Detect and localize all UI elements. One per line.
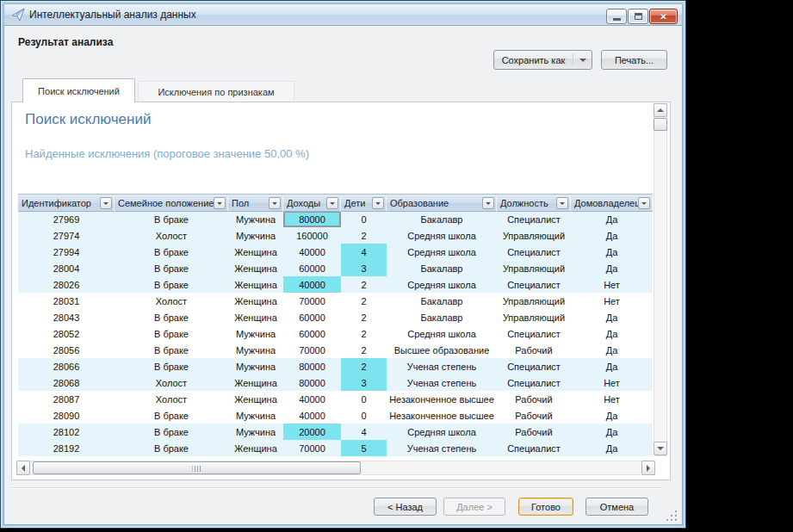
table-cell-outlier[interactable]: 2	[341, 358, 387, 374]
table-cell[interactable]: В браке	[115, 407, 228, 424]
table-cell[interactable]: Женщина	[228, 276, 283, 293]
table-cell[interactable]: Мужчина	[228, 325, 283, 342]
table-cell[interactable]: Женщина	[228, 309, 283, 325]
v-scroll-down-button[interactable]	[654, 442, 667, 455]
table-cell[interactable]: 80000	[283, 358, 341, 374]
table-cell[interactable]: 28066	[18, 358, 115, 374]
close-button[interactable]: ✕	[649, 9, 678, 24]
table-cell[interactable]: 2	[341, 227, 387, 244]
table-cell[interactable]: Женщина	[228, 293, 283, 309]
save-as-dropdown[interactable]	[573, 53, 592, 66]
table-cell[interactable]: Управляющий	[497, 309, 571, 325]
table-cell[interactable]: Да	[571, 342, 653, 358]
table-cell[interactable]: 28056	[18, 342, 115, 358]
table-cell[interactable]: Специалист	[497, 244, 571, 260]
h-scroll-left-button[interactable]	[16, 461, 30, 475]
table-cell[interactable]: 2	[341, 325, 387, 342]
table-cell[interactable]: Ученая степень	[387, 440, 497, 456]
table-cell[interactable]: 4	[341, 424, 387, 440]
back-button[interactable]: < Назад	[374, 498, 437, 516]
table-cell[interactable]: В браке	[115, 424, 228, 440]
table-cell[interactable]: Рабочий	[497, 391, 571, 407]
panel-v-scrollbar[interactable]	[654, 103, 667, 456]
table-cell[interactable]: Специалист	[497, 325, 571, 342]
table-cell[interactable]: Ученая степень	[387, 374, 497, 391]
table-cell[interactable]: 28102	[18, 424, 115, 440]
table-cell[interactable]: Холост	[115, 391, 228, 407]
table-cell[interactable]: Мужчина	[228, 358, 283, 374]
table-cell[interactable]: 60000	[283, 309, 341, 325]
table-cell[interactable]: 60000	[283, 325, 341, 342]
table-cell[interactable]: 40000	[283, 407, 341, 424]
table-cell[interactable]: Незаконченное высшее	[387, 391, 497, 407]
filter-dropdown-button[interactable]	[214, 197, 226, 209]
table-cell[interactable]: 2	[341, 309, 387, 325]
table-cell[interactable]: 70000	[283, 293, 341, 309]
table-cell[interactable]: 28090	[18, 407, 115, 424]
table-cell[interactable]: Да	[571, 309, 653, 325]
table-cell[interactable]: Управляющий	[497, 227, 571, 244]
table-cell[interactable]: Да	[571, 211, 653, 227]
table-cell[interactable]: В браке	[115, 440, 228, 456]
table-cell[interactable]: Бакалавр	[387, 309, 497, 325]
table-cell[interactable]: В браке	[115, 325, 228, 342]
table-cell[interactable]: 60000	[283, 260, 341, 276]
table-cell[interactable]: Высшее образование	[387, 342, 497, 358]
table-cell[interactable]: 28026	[18, 276, 115, 293]
table-cell[interactable]: Управляющий	[497, 260, 571, 276]
table-cell[interactable]: В браке	[115, 211, 228, 227]
filter-dropdown-button[interactable]	[638, 197, 650, 209]
table-cell[interactable]: Бакалавр	[387, 260, 497, 276]
filter-dropdown-button[interactable]	[100, 197, 112, 209]
table-cell[interactable]: Женщина	[228, 374, 283, 391]
table-cell[interactable]: 27994	[18, 244, 115, 260]
table-cell[interactable]: Да	[571, 440, 653, 456]
print-button[interactable]: Печать...	[601, 50, 667, 70]
table-cell[interactable]: Средняя школа	[387, 244, 497, 260]
table-cell[interactable]: Женщина	[228, 244, 283, 260]
save-as-button[interactable]: Сохранить как	[493, 50, 592, 70]
table-cell[interactable]: 28068	[18, 374, 115, 391]
table-cell[interactable]: Мужчина	[228, 407, 283, 424]
table-cell-outlier[interactable]: 40000	[283, 276, 341, 293]
table-cell[interactable]: 80000	[283, 374, 341, 391]
table-cell[interactable]: Рабочий	[497, 407, 571, 424]
table-cell[interactable]: 70000	[283, 440, 341, 456]
table-cell[interactable]: 160000	[283, 227, 341, 244]
table-cell[interactable]: Специалист	[497, 440, 571, 456]
table-cell[interactable]: Женщина	[228, 260, 283, 276]
table-cell[interactable]: Холост	[115, 227, 228, 244]
table-cell[interactable]: Холост	[115, 374, 228, 391]
table-cell[interactable]: Управляющий	[497, 293, 571, 309]
table-cell[interactable]: Нет	[571, 293, 653, 309]
table-cell[interactable]: 2	[341, 293, 387, 309]
table-cell[interactable]: В браке	[115, 276, 228, 293]
table-cell[interactable]: Средняя школа	[387, 276, 497, 293]
v-scroll-thumb[interactable]	[654, 118, 667, 131]
table-cell[interactable]: Да	[571, 325, 653, 342]
filter-dropdown-button[interactable]	[269, 197, 281, 209]
table-cell[interactable]: 28192	[18, 440, 115, 456]
filter-dropdown-button[interactable]	[326, 197, 338, 209]
table-cell[interactable]: Да	[571, 424, 653, 440]
h-scroll-thumb[interactable]	[33, 461, 361, 474]
table-cell-selected-outlier[interactable]: 80000	[283, 211, 341, 227]
table-cell[interactable]: 28031	[18, 293, 115, 309]
tab-exceptions-by-attributes[interactable]: Исключения по признакам	[138, 81, 294, 102]
table-cell[interactable]: Мужчина	[228, 424, 283, 440]
table-cell[interactable]: Незаконченное высшее	[387, 407, 497, 424]
minimize-button[interactable]	[606, 9, 627, 24]
table-cell[interactable]: Нет	[571, 276, 653, 293]
table-cell[interactable]: 28004	[18, 260, 115, 276]
table-cell[interactable]: Нет	[571, 391, 653, 407]
table-cell[interactable]: Да	[571, 358, 653, 374]
v-scroll-up-button[interactable]	[654, 103, 667, 117]
table-cell[interactable]: 40000	[283, 391, 341, 407]
table-cell[interactable]: В браке	[115, 244, 228, 260]
table-cell[interactable]: Средняя школа	[387, 424, 497, 440]
table-cell[interactable]: Рабочий	[497, 342, 571, 358]
filter-dropdown-button[interactable]	[556, 197, 568, 209]
table-cell[interactable]: Мужчина	[228, 211, 283, 227]
tab-outlier-search[interactable]: Поиск исключений	[22, 78, 135, 102]
h-scroll-right-button[interactable]	[641, 461, 655, 475]
